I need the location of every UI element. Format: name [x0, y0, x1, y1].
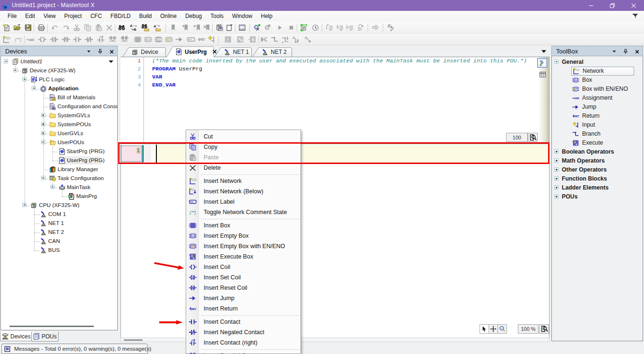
- toolbar-button-paste[interactable]: [94, 23, 103, 32]
- menu-item-insert-parallel-contact[interactable]: Insert Parallel Contact: [187, 351, 300, 354]
- close-icon[interactable]: [109, 49, 114, 54]
- toolbar-button-new-project[interactable]: [2, 23, 11, 32]
- toolbar-button-cut[interactable]: [72, 23, 81, 32]
- menu-view[interactable]: View: [39, 11, 60, 22]
- toolbar-button-next-bookmark[interactable]: [192, 23, 201, 32]
- pin-icon[interactable]: [623, 49, 628, 54]
- toolbar-button-step-into[interactable]: [335, 23, 344, 32]
- toolbar-button-fw-box[interactable]: [236, 35, 245, 44]
- toolbar-button-return[interactable]: [197, 35, 206, 44]
- editor-tab-userprg[interactable]: UserPrg✕: [166, 46, 215, 57]
- expand-icon[interactable]: [554, 176, 558, 181]
- menu-item-insert-negated-contact[interactable]: Insert Negated Contact: [187, 327, 300, 337]
- ladder-zoom-button[interactable]: [539, 324, 549, 334]
- chevron-down-icon[interactable]: [612, 49, 617, 54]
- toolbar-button-save-project[interactable]: [24, 23, 33, 32]
- editor-horizontal-scrollbar[interactable]: [120, 337, 550, 342]
- toolbar-button-label[interactable]: [187, 35, 196, 44]
- toolbox-item-jump[interactable]: Jump: [571, 103, 634, 112]
- menu-item-toggle-network-comment-state[interactable]: Toggle Network Comment State: [187, 207, 300, 217]
- menu-item-insert-box[interactable]: Insert Box: [187, 220, 300, 231]
- toolbar-button-runtime-clock[interactable]: [311, 23, 320, 32]
- textual-view-button[interactable]: [537, 58, 547, 68]
- bottom-tab-devices[interactable]: Devices: [0, 331, 33, 341]
- toolbar-button-coil[interactable]: [38, 35, 47, 44]
- toolbar-button-redo[interactable]: [61, 23, 70, 32]
- expand-icon[interactable]: [554, 167, 558, 172]
- toolbar-button-input[interactable]: [207, 35, 216, 44]
- toolbar-button-s-box[interactable]: [248, 35, 257, 44]
- toolbar-button-find[interactable]: [117, 23, 126, 32]
- menu-edit[interactable]: Edit: [21, 11, 39, 22]
- menu-item-insert-reset-coil[interactable]: Insert Reset Coil: [187, 283, 300, 293]
- devices-horizontal-scrollbar[interactable]: [9, 326, 94, 327]
- toolbox-item-network[interactable]: Network: [571, 67, 634, 76]
- menu-item-insert-coil[interactable]: Insert Coil: [187, 262, 300, 272]
- ladder-zoom-value[interactable]: 100 %: [518, 324, 539, 334]
- code-line-1[interactable]: 1(*The main code inserted by the user an…: [120, 57, 546, 65]
- toolbar-button-step-over[interactable]: [325, 23, 334, 32]
- toolbar-button-open-project[interactable]: [13, 23, 22, 32]
- toolbox-item-box[interactable]: Box: [571, 76, 634, 85]
- toolbox-group-pous[interactable]: POUs: [554, 192, 578, 201]
- declaration-editor[interactable]: 1(*The main code inserted by the user an…: [120, 57, 549, 143]
- tabular-view-button[interactable]: [538, 69, 548, 79]
- toolbar-button-branch-start[interactable]: [260, 35, 269, 44]
- toolbar-button-empty-box-en[interactable]: [164, 35, 173, 44]
- expand-icon[interactable]: [554, 158, 558, 163]
- toolbar-button-rebuild[interactable]: [263, 23, 272, 32]
- menu-item-delete[interactable]: Delete: [187, 163, 300, 173]
- toolbox-group-function-blocks[interactable]: Function Blocks: [554, 174, 607, 183]
- menu-item-insert-network-below-[interactable]: Insert Network (Below): [187, 186, 300, 197]
- minimize-button[interactable]: [580, 0, 601, 11]
- toolbox-group-general[interactable]: General: [554, 57, 584, 66]
- toolbar-button-find-in-files[interactable]: [141, 23, 150, 32]
- toolbox-item-return[interactable]: Return: [571, 112, 634, 121]
- scrollbar-thumb[interactable]: [124, 339, 143, 341]
- toolbox-item-box-with-en-eno[interactable]: Box with EN/ENO: [571, 85, 634, 94]
- declaration-zoom-value[interactable]: 100: [506, 133, 528, 142]
- menu-item-insert-execute-box[interactable]: Insert Execute Box: [187, 251, 300, 262]
- collapse-icon[interactable]: [554, 60, 558, 64]
- toolbox-item-assignment[interactable]: Assignment: [571, 94, 634, 103]
- toolbox-item-input[interactable]: Input: [571, 121, 634, 130]
- toolbar-button-start[interactable]: [275, 23, 284, 32]
- toolbar-button-reset-coil[interactable]: [61, 35, 70, 44]
- code-line-2[interactable]: 2PROGRAM UserPrg: [120, 65, 546, 73]
- toolbar-button-contact[interactable]: [73, 35, 82, 44]
- declaration-zoom-button[interactable]: [528, 133, 538, 142]
- menu-file[interactable]: File: [3, 11, 21, 22]
- editor-tab-net-1[interactable]: NET 1: [215, 47, 252, 57]
- expand-icon[interactable]: [554, 149, 558, 154]
- active-application-chevron-down-icon[interactable]: [109, 60, 113, 63]
- toolbar-button-step-out[interactable]: [345, 23, 354, 32]
- toolbar-button-print[interactable]: [37, 23, 46, 32]
- toolbar-button-box[interactable]: [133, 35, 142, 44]
- maximize-button[interactable]: [601, 0, 623, 11]
- toolbar-button-force-values[interactable]: [386, 23, 395, 32]
- toolbar-button-branch-down[interactable]: [281, 35, 290, 44]
- toolbar-button-previous-bookmark[interactable]: [180, 23, 189, 32]
- toolbox-group-other-operators[interactable]: Other Operators: [554, 165, 607, 174]
- menu-item-insert-network[interactable]: Insert Network: [187, 176, 300, 186]
- toolbox-group-boolean-operators[interactable]: Boolean Operators: [554, 147, 614, 156]
- expand-icon[interactable]: [554, 185, 558, 190]
- menu-item-insert-jump[interactable]: Insert Jump: [187, 293, 300, 303]
- toolbar-button-copy[interactable]: [83, 23, 92, 32]
- menu-item-cut[interactable]: Cut: [187, 131, 300, 142]
- toolbar-button-clear-bookmarks[interactable]: [202, 23, 211, 32]
- menu-cfc[interactable]: CFC: [86, 11, 106, 22]
- toolbar-button-stop[interactable]: [287, 23, 296, 32]
- pin-icon[interactable]: [97, 49, 103, 54]
- menu-item-insert-contact[interactable]: Insert Contact: [187, 317, 300, 327]
- menu-tools[interactable]: Tools: [206, 11, 228, 22]
- menu-build[interactable]: Build: [135, 11, 156, 22]
- toolbar-button-jump[interactable]: [175, 35, 184, 44]
- menu-item-insert-empty-box[interactable]: Insert Empty Box: [187, 231, 300, 241]
- toolbar-button-set-coil[interactable]: [50, 35, 59, 44]
- menu-item-insert-set-coil[interactable]: Insert Set Coil: [187, 272, 300, 283]
- toolbar-button-branch[interactable]: [270, 35, 279, 44]
- editor-tab-net-2[interactable]: NET 2: [252, 47, 292, 57]
- toolbar-button-insert-network[interactable]: [2, 35, 11, 44]
- close-button[interactable]: [623, 0, 644, 11]
